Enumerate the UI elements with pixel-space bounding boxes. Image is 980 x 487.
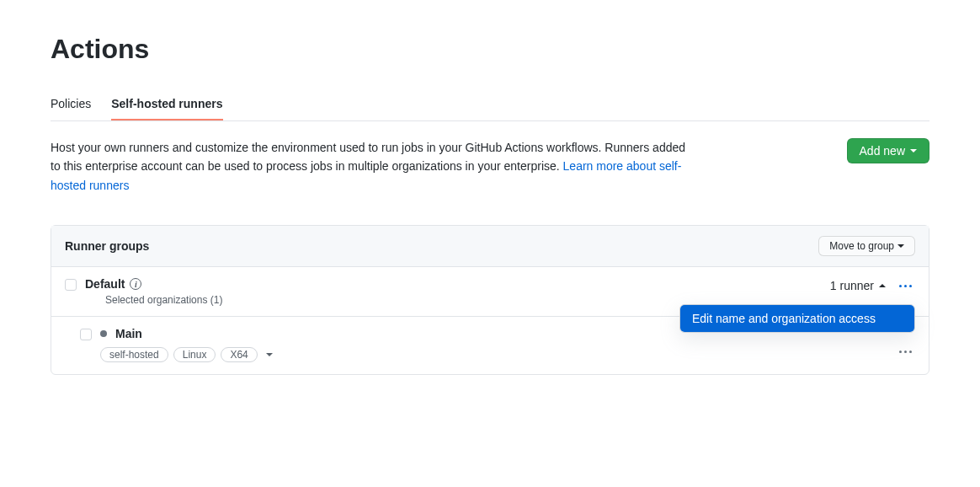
runner-group-row: Default i Selected organizations (1) 1 r… — [51, 267, 929, 317]
context-menu: Edit name and organization access — [679, 304, 915, 333]
group-subtitle: Selected organizations (1) — [105, 294, 222, 306]
labels-dropdown-icon[interactable] — [266, 353, 273, 356]
description-text: Host your own runners and customize the … — [51, 138, 690, 195]
runner-count-label: 1 runner — [830, 279, 874, 292]
chevron-up-icon — [879, 284, 886, 287]
add-new-label: Add new — [860, 144, 905, 158]
panel-header-title: Runner groups — [65, 239, 149, 253]
chevron-down-icon — [897, 244, 904, 248]
page-title: Actions — [51, 34, 929, 65]
panel-header: Runner groups Move to group — [51, 226, 929, 267]
tab-self-hosted-runners[interactable]: Self-hosted runners — [111, 88, 222, 120]
move-to-group-button[interactable]: Move to group — [818, 236, 915, 256]
runner-menu-button[interactable] — [896, 347, 915, 356]
group-menu-button[interactable] — [896, 281, 915, 291]
runner-count-toggle[interactable]: 1 runner — [830, 279, 886, 292]
tabs: Policies Self-hosted runners — [51, 88, 929, 121]
runner-select-checkbox[interactable] — [80, 329, 92, 340]
runner-label: Linux — [173, 347, 216, 362]
runner-labels: self-hosted Linux X64 — [100, 347, 915, 362]
move-to-group-label: Move to group — [829, 240, 894, 252]
menu-item-edit-name-org-access[interactable]: Edit name and organization access — [680, 305, 914, 332]
status-dot-icon — [100, 330, 107, 337]
group-name: Default — [85, 277, 125, 291]
chevron-down-icon — [910, 149, 917, 153]
tab-policies[interactable]: Policies — [51, 88, 91, 120]
group-select-checkbox[interactable] — [65, 279, 77, 291]
runner-name: Main — [115, 327, 142, 340]
info-icon[interactable]: i — [130, 278, 141, 290]
runner-label: self-hosted — [100, 347, 168, 362]
runner-groups-panel: Runner groups Move to group Default i Se… — [51, 225, 929, 375]
runner-label: X64 — [221, 347, 257, 362]
add-new-button[interactable]: Add new — [847, 138, 929, 163]
